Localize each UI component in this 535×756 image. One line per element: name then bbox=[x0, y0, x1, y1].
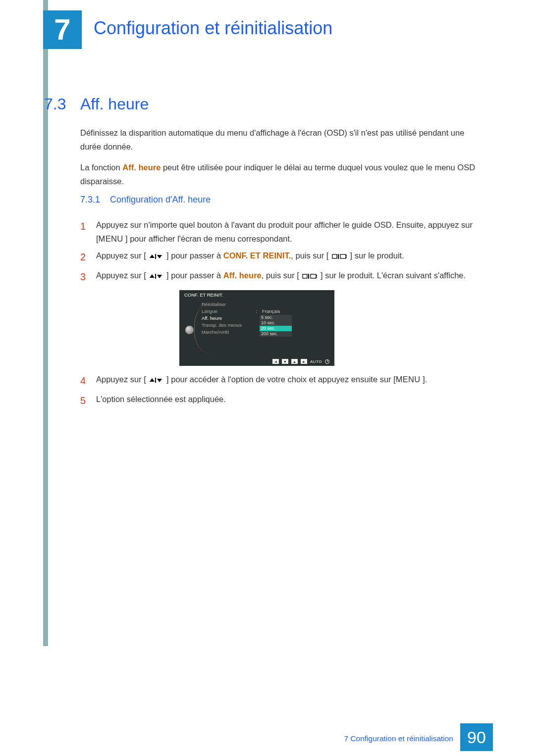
osd-footer-icons: ◄ ▼ ▲ ► AUTO bbox=[272, 359, 329, 364]
osd-menu-item: Réinitialiser bbox=[202, 301, 302, 308]
osd-dropdown-option: 20 sec. bbox=[260, 326, 292, 331]
aff-heure-emphasis: Aff. heure bbox=[122, 163, 160, 172]
svg-marker-8 bbox=[157, 275, 162, 278]
osd-title: CONF. ET REINIT. bbox=[179, 290, 334, 300]
paragraph-2: La fonction Aff. heure peut être utilisé… bbox=[80, 160, 482, 188]
step4-text-a: Appuyez sur [ bbox=[96, 375, 148, 384]
section-title: Aff. heure bbox=[80, 95, 149, 113]
svg-rect-4 bbox=[338, 254, 339, 259]
osd-down-icon: ▼ bbox=[282, 359, 288, 364]
step-1: 1 Appuyez sur n'importe quel bouton à l'… bbox=[80, 218, 482, 246]
step1-text-b: ] pour afficher l'écran de menu correspo… bbox=[123, 234, 292, 243]
para2-prefix: La fonction bbox=[80, 163, 122, 172]
osd-dropdown-option: 10 sec. bbox=[260, 320, 292, 326]
osd-left-icon: ◄ bbox=[272, 359, 279, 364]
step-4: 4 Appuyez sur [ ] pour accéder à l'optio… bbox=[80, 372, 482, 389]
osd-menu-item: Langue:Français bbox=[202, 308, 302, 315]
chapter-title: Configuration et réinitialisation bbox=[94, 18, 332, 39]
osd-dropdown-option: 5 sec. bbox=[260, 315, 292, 320]
page-number-badge: 90 bbox=[460, 723, 493, 751]
svg-rect-3 bbox=[332, 254, 337, 258]
up-down-icon bbox=[149, 273, 163, 279]
subsection-number: 7.3.1 bbox=[80, 195, 100, 205]
select-enter-icon bbox=[302, 273, 317, 279]
svg-rect-10 bbox=[308, 274, 309, 279]
step-number: 4 bbox=[80, 372, 96, 389]
section-body: Définissez la disparition automatique du… bbox=[80, 126, 482, 188]
svg-rect-5 bbox=[340, 254, 346, 258]
step-number: 1 bbox=[80, 218, 96, 235]
chapter-number-badge: 7 bbox=[43, 10, 82, 49]
step3-text-d: ] sur le produit. L'écran suivant s'affi… bbox=[318, 271, 466, 280]
osd-auto-label: AUTO bbox=[310, 359, 322, 364]
svg-rect-11 bbox=[311, 274, 316, 278]
conf-reinit-emphasis: CONF. ET REINIT. bbox=[223, 251, 291, 260]
menu-button-label: MENU bbox=[99, 234, 123, 243]
osd-up-icon: ▲ bbox=[291, 359, 298, 364]
step5-text: L'option sélectionnée est appliquée. bbox=[96, 392, 482, 406]
svg-marker-2 bbox=[157, 255, 162, 258]
osd-dropdown: 5 sec.10 sec.20 sec.200 sec. bbox=[260, 315, 292, 337]
step-2: 2 Appuyez sur [ ] pour passer à CONF. ET… bbox=[80, 249, 482, 265]
footer-chapter-label: 7 Configuration et réinitialisation bbox=[344, 734, 453, 743]
paragraph-1: Définissez la disparition automatique du… bbox=[80, 126, 482, 153]
aff-heure-step-emphasis: Aff. heure bbox=[223, 271, 262, 280]
step-number: 2 bbox=[80, 249, 96, 265]
svg-rect-13 bbox=[155, 378, 156, 383]
svg-marker-14 bbox=[157, 379, 162, 382]
up-down-icon bbox=[149, 377, 163, 383]
osd-knob-icon bbox=[185, 326, 194, 334]
svg-rect-1 bbox=[155, 254, 156, 259]
step-number: 3 bbox=[80, 268, 96, 285]
step2-text-a: Appuyez sur [ bbox=[96, 251, 148, 260]
svg-marker-0 bbox=[150, 254, 155, 258]
select-enter-icon bbox=[332, 253, 347, 259]
step3-text-c: , puis sur [ bbox=[262, 271, 302, 280]
step2-text-b: ] pour passer à bbox=[164, 251, 223, 260]
osd-dropdown-option: 200 sec. bbox=[260, 331, 292, 337]
step2-text-c: , puis sur [ bbox=[291, 251, 331, 260]
svg-marker-6 bbox=[150, 274, 155, 278]
step3-text-a: Appuyez sur [ bbox=[96, 271, 148, 280]
step-3: 3 Appuyez sur [ ] pour passer à Aff. heu… bbox=[80, 268, 482, 285]
step3-text-b: ] pour passer à bbox=[164, 271, 223, 280]
osd-screenshot: CONF. ET REINIT. RéinitialiserLangue:Fra… bbox=[179, 290, 334, 366]
step-number: 5 bbox=[80, 392, 96, 409]
section-number: 7.3 bbox=[44, 95, 66, 113]
step2-text-d: ] sur le produit. bbox=[348, 251, 404, 260]
osd-right-icon: ► bbox=[301, 359, 307, 364]
svg-rect-9 bbox=[303, 274, 307, 278]
svg-marker-12 bbox=[150, 378, 155, 382]
step4-text-b: ] pour accéder à l'option de votre choix… bbox=[164, 375, 395, 384]
step-5: 5 L'option sélectionnée est appliquée. bbox=[80, 392, 482, 409]
menu-button-label: MENU bbox=[396, 375, 421, 384]
up-down-icon bbox=[149, 253, 163, 259]
step4-text-c: ]. bbox=[421, 375, 428, 384]
svg-rect-7 bbox=[155, 274, 156, 279]
subsection-title: Configuration d'Aff. heure bbox=[110, 195, 211, 205]
osd-power-icon bbox=[325, 359, 329, 364]
